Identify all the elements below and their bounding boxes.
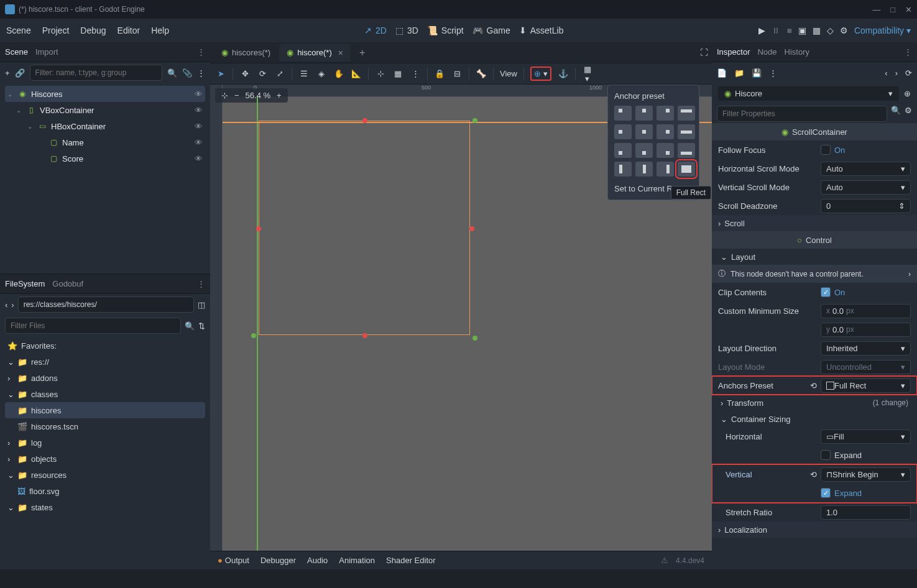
section-control[interactable]: ○Control [712,231,917,249]
fs-folder[interactable]: ›📁objects [5,451,205,467]
visibility-icon[interactable]: 👁 [195,138,203,147]
min-size-x[interactable]: x0.0px [821,304,911,318]
inspector-more-icon[interactable]: ⋮ [769,68,777,78]
add-node-button[interactable]: + [5,68,10,78]
inspector-menu-icon[interactable]: ⋮ [904,47,912,57]
render-mode-icon[interactable]: ⚙ [840,25,848,35]
play-button[interactable]: ▶ [758,25,765,35]
anchor-hcenter-wide[interactable] [678,124,695,139]
scene-panel-menu-icon[interactable]: ⋮ [197,47,205,57]
mode-3d[interactable]: ⬚ 3D [395,25,418,35]
mode-game[interactable]: 🎮 Game [472,25,510,35]
anchor-top-left[interactable] [614,106,632,121]
anchor-center-left[interactable] [614,124,632,139]
lock-icon[interactable]: 🔒 [434,69,445,78]
fs-sort-icon[interactable]: ⇅ [198,321,205,331]
renderer-dropdown[interactable]: Compatibility ▾ [854,25,911,35]
snap-icon[interactable]: ⊹ [375,69,386,78]
animation-tab[interactable]: Animation [339,556,375,565]
layout-mode-dropdown[interactable]: Uncontrolled▾ [821,360,911,374]
handle[interactable] [362,118,367,123]
ruler-tool-icon[interactable]: 📐 [351,69,362,78]
clip-checkbox[interactable]: ✓ [821,287,831,297]
maximize-button[interactable]: □ [890,5,895,14]
history-forward-icon[interactable]: › [895,68,898,78]
selected-rect[interactable] [259,121,470,335]
section-localization[interactable]: › Localization [712,521,917,538]
pivot-icon[interactable]: ◈ [316,69,327,78]
play-custom-button[interactable]: ▦ [813,25,821,35]
movie-button[interactable]: ◇ [827,25,834,35]
anchor-center[interactable] [635,124,653,139]
layout-dir-dropdown[interactable]: Inherited▾ [821,341,911,356]
tab-history[interactable]: History [785,47,809,57]
expand-viewport-icon[interactable]: ⛶ [700,48,708,57]
warning-expand-icon[interactable]: › [908,270,911,278]
list-icon[interactable]: ☰ [298,69,310,78]
handle[interactable] [472,336,477,341]
handle[interactable] [362,333,367,338]
min-size-y[interactable]: y0.0px [821,323,911,337]
warning-icon[interactable]: ⚠ [661,556,668,565]
scene-filter-input[interactable] [30,65,162,81]
tree-node-name[interactable]: ▢ Name 👁 [5,134,205,150]
object-selector[interactable]: ◉ Hiscore ▾ [718,86,899,101]
fs-split-icon[interactable]: ◫ [198,300,205,310]
tree-node-score[interactable]: ▢ Score 👁 [5,150,205,167]
tab-scene[interactable]: Scene [5,47,28,57]
tree-toggle-icon[interactable]: ⌄ [27,123,34,130]
anchor-bottom-right[interactable] [657,143,674,158]
fs-folder[interactable]: ⌄📁resources [5,467,205,483]
container-icon[interactable]: ▦ ▾ [582,65,593,83]
fs-folder[interactable]: ›📁addons [5,370,205,386]
fs-filter-input[interactable] [5,318,181,334]
anchor-left-wide[interactable] [614,162,632,177]
deadzone-field[interactable]: 0⇕ [821,199,911,213]
tree-node-hbox[interactable]: ⌄ ▭ HBoxContainer 👁 [5,118,205,134]
v-scroll-dropdown[interactable]: Auto▾ [821,180,911,195]
visibility-icon[interactable]: 👁 [195,154,203,163]
fs-file[interactable]: 🎬hiscores.tscn [5,418,205,434]
visibility-icon[interactable]: 👁 [195,122,203,131]
search-icon[interactable]: 🔍 [167,68,177,78]
grid-snap-icon[interactable]: ▦ [392,69,403,78]
scale-tool-icon[interactable]: ⤢ [274,69,285,78]
pause-button[interactable]: ⏸ [772,25,780,35]
anchor-top-center[interactable] [635,106,653,121]
menu-debug[interactable]: Debug [80,25,106,35]
save-resource-icon[interactable]: 💾 [752,68,762,78]
attach-script-icon[interactable]: 📎 [182,68,192,78]
section-scrollcontainer[interactable]: ◉ScrollContainer [712,123,917,140]
h-scroll-dropdown[interactable]: Auto▾ [821,162,911,176]
section-transform[interactable]: › Transform(1 change) [712,395,917,411]
scene-more-icon[interactable]: ⋮ [197,68,205,78]
shader-editor-tab[interactable]: Shader Editor [386,556,436,565]
pan-tool-icon[interactable]: ✋ [333,69,344,78]
handle[interactable] [472,118,477,123]
fs-file[interactable]: 🖼floor.svg [5,483,205,499]
tab-filesystem[interactable]: FileSystem [5,279,45,288]
anchor-top-wide[interactable] [678,106,695,121]
section-container-sizing[interactable]: ⌄ Container Sizing [712,411,917,427]
search-icon[interactable]: 🔍 [891,106,901,121]
mode-script[interactable]: 📜 Script [427,25,464,35]
play-scene-button[interactable]: ▣ [798,25,806,35]
handle[interactable] [256,226,261,231]
fs-forward-button[interactable]: › [11,300,14,310]
menu-scene[interactable]: Scene [6,25,31,35]
section-layout[interactable]: ⌄ Layout [712,249,917,265]
link-node-button[interactable]: 🔗 [15,68,25,78]
load-resource-icon[interactable]: 📁 [734,68,744,78]
tab-node[interactable]: Node [757,47,776,57]
fs-path-input[interactable] [18,296,194,313]
anchor-right-wide[interactable] [657,162,674,177]
output-tab[interactable]: ●Output [218,556,249,565]
stop-button[interactable]: ■ [786,25,791,35]
history-back-icon[interactable]: ‹ [885,68,887,78]
close-tab-icon[interactable]: × [338,48,343,58]
group-icon[interactable]: ⊟ [451,69,463,78]
new-resource-icon[interactable]: 📄 [717,68,727,78]
fs-folder[interactable]: ›📁log [5,434,205,451]
stretch-ratio-field[interactable]: 1.0 [821,505,911,520]
anchor-preset-button[interactable]: ⊕ ▾ [530,67,551,81]
